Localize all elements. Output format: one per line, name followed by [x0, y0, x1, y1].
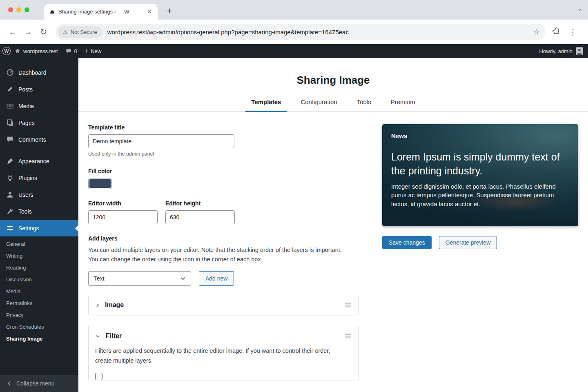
appearance-icon [6, 157, 14, 165]
template-preview-image: News Lorem Ipsum is simply dummy text of… [382, 124, 578, 226]
add-layers-label: Add layers [88, 235, 359, 242]
collapse-arrow-icon [6, 380, 13, 387]
editor-height-label: Editor height [165, 200, 235, 207]
filter-panel-description: Filters are applied sequentially to the … [89, 346, 353, 365]
warning-icon: ⚠ [63, 29, 68, 35]
not-secure-label: Not Secure [71, 29, 97, 35]
window-close-button[interactable] [8, 7, 13, 12]
save-changes-button[interactable]: Save changes [382, 236, 432, 249]
submenu-item-reading[interactable]: Reading [0, 262, 78, 274]
sidebar-item-users[interactable]: Users [0, 186, 78, 203]
forward-button[interactable]: → [20, 24, 36, 40]
tab-premium[interactable]: Premium [381, 93, 425, 111]
pages-icon [6, 119, 14, 127]
sidebar-item-tools[interactable]: Tools [0, 203, 78, 220]
submenu-item-general[interactable]: General [0, 238, 78, 250]
sidebar-item-label: Appearance [18, 158, 49, 165]
reload-button[interactable]: ↻ [36, 24, 51, 40]
submenu-item-cron-schedules[interactable]: Cron Schedules [0, 321, 78, 333]
preview-body-text: Integer sed dignissim odio, et porta lac… [391, 182, 569, 208]
settings-submenu: General Writing Reading Discussion Media… [0, 236, 78, 348]
tab-templates[interactable]: Templates [241, 93, 291, 111]
sidebar-item-media[interactable]: Media [0, 98, 78, 114]
sidebar-item-label: Plugins [18, 175, 37, 181]
admin-bar-site-link[interactable]: wordpress.test [11, 44, 62, 58]
sidebar-item-dashboard[interactable]: Dashboard [0, 64, 78, 81]
filter-panel-title: Filter [106, 332, 122, 340]
window-minimize-button[interactable] [16, 7, 21, 12]
sidebar-item-plugins[interactable]: Plugins [0, 169, 78, 186]
editor-width-input[interactable] [88, 210, 158, 224]
wp-sidebar: Dashboard Posts Media Pages Comments App… [0, 58, 78, 392]
sidebar-item-comments[interactable]: Comments [0, 131, 78, 148]
layer-type-select[interactable]: Text [88, 271, 191, 286]
admin-bar-comments[interactable]: 0 [62, 44, 81, 58]
layer-type-selected-value: Text [94, 275, 105, 282]
drag-handle-icon[interactable] [344, 302, 352, 308]
tab-tools[interactable]: Tools [347, 93, 381, 111]
tab-search-chevron-icon[interactable]: ⌄ [577, 5, 582, 12]
sidebar-item-label: Dashboard [18, 69, 47, 76]
sidebar-item-pages[interactable]: Pages [0, 114, 78, 131]
sidebar-item-posts[interactable]: Posts [0, 81, 78, 98]
extensions-icon[interactable] [552, 27, 561, 36]
image-panel-title: Image [105, 301, 124, 309]
tab-close-icon[interactable]: ✕ [146, 8, 154, 16]
wordpress-logo-icon[interactable]: W [2, 47, 11, 55]
admin-bar-new[interactable]: + New [81, 44, 105, 58]
plugins-icon [6, 174, 14, 182]
admin-bar-account[interactable]: Howdy, admin [539, 47, 588, 55]
filter-layer-panel: Filter Filters are applied sequentially … [88, 326, 359, 380]
settings-icon [6, 224, 14, 232]
submenu-item-sharing-image[interactable]: Sharing Image [0, 333, 78, 345]
submenu-item-writing[interactable]: Writing [0, 250, 78, 262]
tab-title: Sharing Image settings ‹ — W [58, 9, 143, 15]
main-content: Sharing Image Templates Configuration To… [78, 58, 588, 392]
editor-height-input[interactable] [165, 210, 235, 224]
bookmark-star-icon[interactable]: ☆ [531, 27, 541, 37]
media-icon [6, 102, 14, 110]
fill-color-label: Fill color [88, 168, 359, 174]
filter-checkbox[interactable] [95, 373, 102, 380]
browser-tab[interactable]: Sharing Image settings ‹ — W ✕ [44, 4, 158, 20]
image-panel-header[interactable]: Image [89, 295, 358, 315]
sidebar-item-label: Comments [18, 136, 46, 143]
generate-preview-button[interactable]: Generate preview [439, 236, 497, 249]
browser-menu-icon[interactable]: ⋮ [565, 24, 581, 40]
filter-panel-header[interactable]: Filter [89, 326, 358, 346]
template-title-label: Template title [88, 124, 359, 131]
sidebar-item-settings[interactable]: Settings [0, 220, 78, 236]
users-icon [6, 191, 14, 198]
howdy-label: Howdy, admin [539, 48, 572, 54]
template-title-input[interactable] [88, 134, 234, 148]
tab-favicon-icon [49, 9, 55, 15]
sidebar-item-label: Tools [18, 208, 32, 215]
collapse-menu-button[interactable]: Collapse menu [0, 375, 78, 392]
drag-handle-icon[interactable] [344, 333, 352, 339]
submenu-item-permalinks[interactable]: Permalinks [0, 297, 78, 309]
address-bar[interactable]: ⚠ Not Secure wordpress.test/wp-admin/opt… [56, 24, 546, 40]
window-zoom-button[interactable] [24, 7, 29, 12]
preview-badge: News [391, 132, 569, 139]
tab-configuration[interactable]: Configuration [291, 93, 347, 111]
plugin-tabs: Templates Configuration Tools Premium [78, 93, 588, 112]
sidebar-item-label: Posts [18, 86, 33, 93]
fill-color-swatch-inner [89, 179, 111, 188]
add-new-layer-button[interactable]: Add new [199, 271, 234, 286]
chevron-down-icon [180, 277, 185, 280]
submenu-item-privacy[interactable]: Privacy [0, 309, 78, 321]
wp-admin-bar: W wordpress.test 0 + New Howdy, admin [0, 44, 588, 58]
fill-color-picker[interactable] [88, 178, 112, 189]
sidebar-item-label: Pages [18, 120, 35, 126]
sidebar-item-appearance[interactable]: Appearance [0, 153, 78, 169]
template-editor-form: Template title Used only in the admin pa… [88, 124, 359, 380]
page-title: Sharing Image [78, 74, 588, 87]
window-controls [8, 7, 29, 12]
submenu-item-discussion[interactable]: Discussion [0, 274, 78, 285]
not-secure-badge[interactable]: ⚠ Not Secure [58, 26, 102, 38]
back-button[interactable]: ← [5, 24, 20, 40]
submenu-item-media[interactable]: Media [0, 285, 78, 297]
dashboard-icon [6, 69, 14, 76]
editor-width-label: Editor width [88, 200, 158, 207]
new-tab-button[interactable]: + [163, 4, 176, 18]
